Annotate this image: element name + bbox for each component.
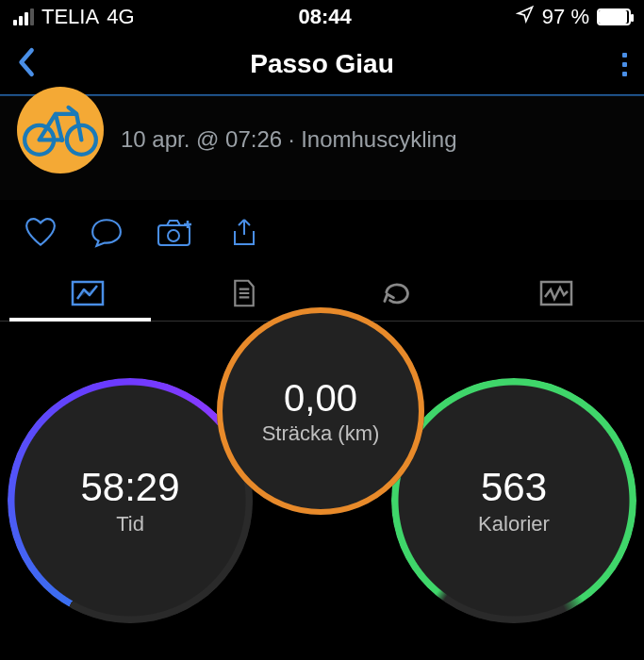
svg-point-2 — [59, 138, 64, 142]
activity-summary: 10 apr. @ 07:26 · Inomhuscykling — [0, 96, 644, 200]
activity-meta: 10 apr. @ 07:26 · Inomhuscykling — [121, 126, 457, 153]
tab-overview[interactable] — [9, 265, 166, 321]
location-icon — [516, 5, 535, 29]
add-photo-button[interactable] — [157, 218, 194, 248]
status-bar: TELIA 4G 08:44 97 % — [0, 0, 644, 34]
back-button[interactable] — [17, 46, 38, 82]
clock: 08:44 — [299, 5, 352, 29]
stats-gauges: 58:29 Tid 563 Kalorier 0,00 Sträcka (km) — [0, 322, 644, 660]
signal-icon — [13, 8, 34, 25]
page-title: Passo Giau — [0, 49, 644, 79]
gauge-calories[interactable]: 563 Kalorier — [391, 378, 636, 623]
battery-icon — [597, 8, 631, 25]
battery-pct: 97 % — [542, 5, 589, 29]
nav-header: Passo Giau — [0, 34, 644, 94]
share-button[interactable] — [228, 218, 260, 248]
action-bar — [0, 200, 644, 265]
tab-charts[interactable] — [478, 265, 635, 321]
overflow-menu-button[interactable] — [622, 53, 627, 76]
carrier-label: TELIA — [41, 5, 99, 29]
comment-button[interactable] — [91, 218, 123, 248]
svg-point-4 — [168, 230, 179, 241]
gauge-distance[interactable]: 0,00 Sträcka (km) — [217, 307, 424, 515]
activity-type-icon — [17, 87, 104, 173]
network-label: 4G — [107, 5, 134, 29]
gauge-time[interactable]: 58:29 Tid — [8, 378, 253, 623]
like-button[interactable] — [25, 218, 57, 248]
